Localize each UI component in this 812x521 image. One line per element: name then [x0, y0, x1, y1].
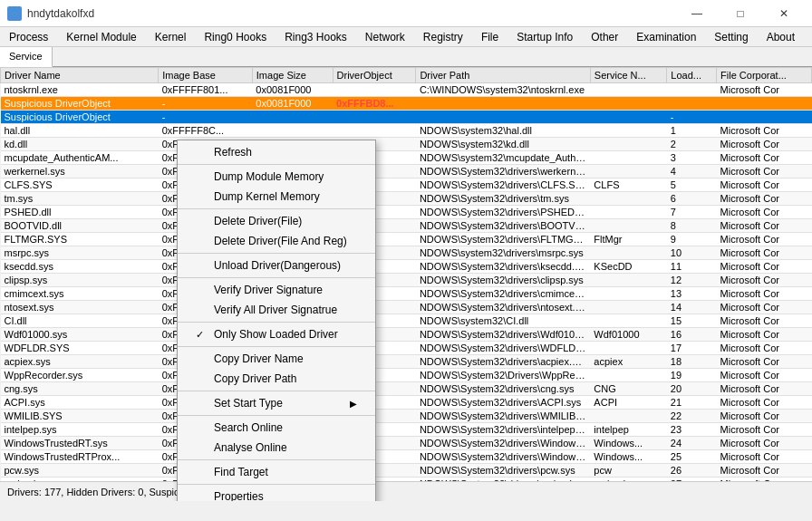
col-header-4[interactable]: Driver Path	[416, 68, 590, 83]
ctx-item-11[interactable]: Verify All Driver Signatrue	[178, 300, 375, 320]
table-row[interactable]: werkernel.sys0xFFFFF8C...NDOWS\System32\…	[1, 165, 812, 178]
col-header-6[interactable]: Load...	[667, 68, 717, 83]
table-row[interactable]: acpiex.sys0xFFFFF8C...NDOWS\System32\dri…	[1, 355, 812, 369]
table-row[interactable]: ntosext.sys0xFFFFF8C...NDOWS\System32\dr…	[1, 301, 812, 314]
table-row[interactable]: WindowsTrustedRT.sys0xFFFFF8C...NDOWS\Sy…	[1, 437, 812, 450]
ctx-item-label: Properties	[214, 490, 264, 501]
table-row[interactable]: WDFLDR.SYS0xFFFFF8C...NDOWS\System32\dri…	[1, 342, 812, 355]
ctx-item-8[interactable]: Unload Driver(Dangerous)	[178, 256, 375, 275]
ctx-item-25[interactable]: Properties	[178, 487, 375, 501]
ctx-separator	[178, 391, 375, 391]
cell-7: Microsoft Cor	[717, 151, 812, 165]
cell-0: WindowsTrustedRT.sys	[1, 437, 159, 450]
tab-service[interactable]: Service	[0, 47, 53, 67]
table-row[interactable]: WMILIB.SYS0xFFFFF8C...NDOWS\System32\dri…	[1, 410, 812, 423]
menu-item-setting[interactable]: Setting	[705, 27, 757, 47]
table-row[interactable]: cng.sys0xFFFFF8C...NDOWS\System32\driver…	[1, 382, 812, 396]
ctx-separator	[178, 415, 375, 416]
menu-item-startup-info[interactable]: Startup Info	[508, 27, 582, 47]
col-header-0[interactable]: Driver Name	[1, 68, 159, 83]
cell-2	[252, 124, 333, 138]
ctx-item-13[interactable]: Only Show Loaded Driver	[178, 324, 375, 344]
table-row[interactable]: cmimcext.sys0xFFFFF8C...NDOWS\System32\d…	[1, 287, 812, 301]
ctx-item-20[interactable]: Search Online	[178, 418, 375, 438]
table-row[interactable]: intelpep.sys0xFFFFF8C...NDOWS\System32\d…	[1, 423, 812, 437]
menu-item-process[interactable]: Process	[0, 27, 57, 47]
col-header-7[interactable]: File Corporat...	[717, 68, 812, 83]
table-row[interactable]: BOOTVID.dll0xFFFFF8C...NDOWS\System32\dr…	[1, 219, 812, 233]
cell-0: mcupdate_AuthenticAM...	[1, 151, 159, 165]
title-bar-left: hndytdakolfxd	[7, 6, 94, 21]
menu-item-ring3-hooks[interactable]: Ring3 Hooks	[276, 27, 356, 47]
table-row[interactable]: ACPI.sys0xFFFFF8C...NDOWS\System32\drive…	[1, 396, 812, 410]
cell-7: Microsoft Cor	[717, 165, 812, 178]
ctx-item-6[interactable]: Delete Driver(File And Reg)	[178, 231, 375, 251]
ctx-item-label: Search Online	[214, 421, 283, 434]
ctx-item-label: Find Target	[214, 466, 268, 478]
table-row[interactable]: Wdf01000.sys0xFFFFF8C...NDOWS\System32\d…	[1, 328, 812, 342]
cell-0: Suspicious DriverObject	[1, 111, 159, 124]
minimize-button[interactable]: —	[676, 0, 718, 27]
menu-item-kernel[interactable]: Kernel	[146, 27, 196, 47]
menu-item-registry[interactable]: Registry	[414, 27, 472, 47]
title-text: hndytdakolfxd	[27, 7, 94, 20]
table-row[interactable]: WindowsTrustedRTProx...0xFFFFF8C...NDOWS…	[1, 450, 812, 464]
table-row[interactable]: clipsp.sys0xFFFFF8C...NDOWS\System32\dri…	[1, 274, 812, 287]
cell-4: NDOWS\System32\drivers\WindowsTrustedRT.…	[416, 437, 590, 450]
cell-2: 0x0081F000	[252, 83, 333, 97]
table-row[interactable]: ksecdd.sys0xFFFFF8C...NDOWS\System32\dri…	[1, 260, 812, 274]
menu-item-network[interactable]: Network	[356, 27, 414, 47]
ctx-item-3[interactable]: Dump Kernel Memory	[178, 187, 375, 207]
ctx-item-10[interactable]: Verify Driver Signature	[178, 280, 375, 300]
cell-6: 23	[667, 423, 717, 437]
ctx-item-label: Only Show Loaded Driver	[214, 328, 338, 341]
ctx-item-21[interactable]: Analyse Online	[178, 438, 375, 458]
table-row[interactable]: tm.sys0xFFFFF8C...NDOWS\System32\drivers…	[1, 192, 812, 206]
col-header-3[interactable]: DriverObject	[333, 68, 416, 83]
menu-item-ring0-hooks[interactable]: Ring0 Hooks	[195, 27, 276, 47]
cell-4: NDOWS\System32\drivers\clipsp.sys	[416, 274, 590, 287]
ctx-item-2[interactable]: Dump Module Memory	[178, 167, 375, 187]
col-header-5[interactable]: Service N...	[590, 68, 667, 83]
cell-5	[590, 165, 667, 178]
ctx-item-5[interactable]: Delete Driver(File)	[178, 211, 375, 231]
close-button[interactable]: ✕	[763, 0, 805, 27]
menu-item-file[interactable]: File	[472, 27, 508, 47]
tab-bar: Service	[0, 47, 812, 67]
menu-item-examination[interactable]: Examination	[627, 27, 705, 47]
table-row[interactable]: WppRecorder.sys0xFFFFF8C...NDOWS\System3…	[1, 369, 812, 382]
table-row[interactable]: hal.dll0xFFFFF8C...NDOWS\system32\hal.dl…	[1, 124, 812, 138]
col-header-2[interactable]: Image Size	[252, 68, 333, 83]
table-row[interactable]: CLFS.SYS0xFFFFF8C...NDOWS\System32\drive…	[1, 178, 812, 192]
table-row[interactable]: Suspicious DriverObject-0x0081F0000xFFFB…	[1, 97, 812, 111]
table-row[interactable]: msrpc.sys0xFFFFF8C...NDOWS\system32\driv…	[1, 246, 812, 260]
cell-6	[667, 97, 717, 111]
table-row[interactable]: pcw.sys0xFFFFF8C...NDOWS\System32\driver…	[1, 464, 812, 478]
table-row[interactable]: PSHED.dll0xFFFFF8C...NDOWS\System32\driv…	[1, 206, 812, 219]
cell-5: Windows...	[590, 437, 667, 450]
ctx-item-18[interactable]: Set Start Type	[178, 393, 375, 413]
col-header-1[interactable]: Image Base	[159, 68, 253, 83]
ctx-item-15[interactable]: Copy Driver Name	[178, 349, 375, 369]
menu-item-kernel-module[interactable]: Kernel Module	[57, 27, 145, 47]
table-row[interactable]: Suspicious DriverObject--	[1, 111, 812, 124]
table-row[interactable]: CI.dll0xFFFFF8C...NDOWS\system32\CI.dll1…	[1, 314, 812, 328]
cell-6	[667, 83, 717, 97]
table-row[interactable]: FLTMGR.SYS0xFFFFF8C...NDOWS\System32\dri…	[1, 233, 812, 246]
cell-0: ntosext.sys	[1, 301, 159, 314]
main-area: Driver NameImage BaseImage SizeDriverObj…	[0, 67, 812, 501]
maximize-button[interactable]: □	[720, 0, 761, 27]
ctx-item-0[interactable]: Refresh	[178, 142, 375, 162]
ctx-item-16[interactable]: Copy Driver Path	[178, 369, 375, 389]
cell-5	[590, 111, 667, 124]
table-row[interactable]: ntoskrnl.exe0xFFFFF801...0x0081F000C:\WI…	[1, 83, 812, 97]
menu-item-other[interactable]: Other	[582, 27, 627, 47]
table-row[interactable]: mcupdate_AuthenticAM...0xFFFFF8C...NDOWS…	[1, 151, 812, 165]
ctx-item-23[interactable]: Find Target	[178, 462, 375, 482]
menu-item-about[interactable]: About	[758, 27, 804, 47]
table-row[interactable]: kd.dll0xFFFFF8C...NDOWS\system32\kd.dll2…	[1, 138, 812, 151]
table-scroll-area[interactable]: Driver NameImage BaseImage SizeDriverObj…	[0, 67, 812, 501]
ctx-separator	[178, 253, 375, 254]
cell-3	[333, 111, 416, 124]
cell-5	[590, 342, 667, 355]
